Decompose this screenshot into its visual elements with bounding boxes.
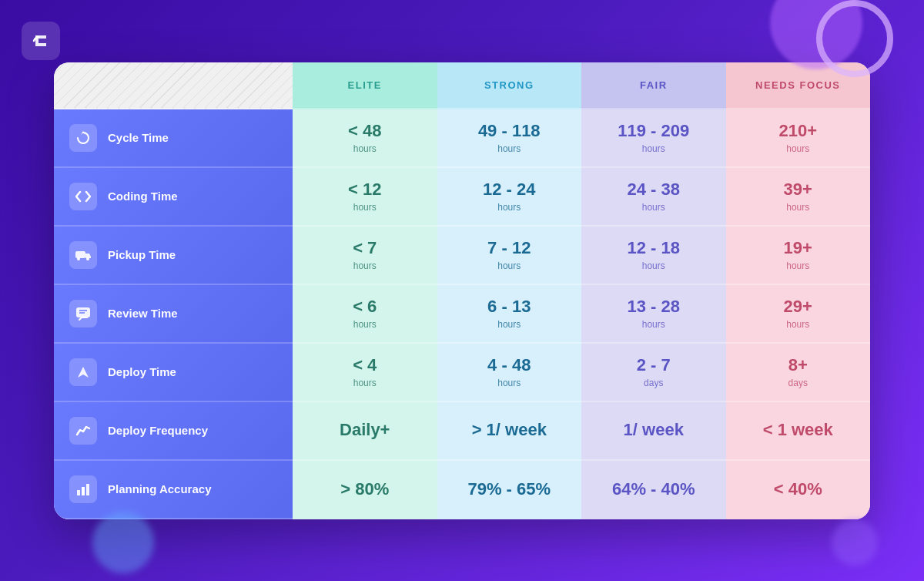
cell-coding-time-needs_focus: 39+hours	[726, 168, 871, 227]
row-label-deploy-time: Deploy Time	[54, 344, 293, 402]
row-label-deploy-frequency: Deploy Frequency	[54, 402, 293, 461]
cell-value-planning-accuracy-strong: 79% - 65%	[467, 479, 551, 499]
metrics-table: ELITE STRONG FAIR NEEDS FOCUS Cycle Time…	[54, 62, 870, 519]
svg-rect-0	[75, 251, 85, 258]
row-label-text-pickup-time: Pickup Time	[108, 248, 176, 261]
bg-decoration-4	[832, 519, 878, 566]
cell-value-pickup-time-strong: 7 - 12	[487, 238, 531, 258]
cell-pickup-time-fair: 12 - 18hours	[581, 227, 726, 285]
cell-sub-cycle-time-strong: hours	[497, 143, 521, 154]
row-label-text-review-time: Review Time	[108, 307, 178, 320]
accuracy-icon	[69, 475, 97, 503]
cell-value-deploy-time-strong: 4 - 48	[487, 355, 531, 375]
cell-cycle-time-strong: 49 - 118hours	[437, 109, 582, 168]
cell-sub-deploy-time-elite: hours	[353, 378, 377, 388]
cell-sub-review-time-fair: hours	[642, 319, 665, 330]
cell-sub-pickup-time-needs_focus: hours	[786, 260, 809, 271]
cell-value-deploy-frequency-strong: > 1/ week	[472, 420, 547, 440]
cell-cycle-time-needs_focus: 210+hours	[726, 109, 871, 168]
logo-icon	[22, 22, 60, 60]
cell-value-pickup-time-elite: < 7	[353, 238, 377, 258]
cell-sub-review-time-strong: hours	[497, 319, 521, 330]
cell-sub-pickup-time-strong: hours	[497, 260, 521, 271]
cell-value-cycle-time-strong: 49 - 118	[478, 121, 541, 141]
cell-deploy-frequency-fair: 1/ week	[581, 402, 726, 461]
truck-icon	[69, 241, 97, 269]
cell-cycle-time-elite: < 48hours	[293, 109, 437, 168]
cell-review-time-fair: 13 - 28hours	[581, 285, 726, 344]
cell-sub-deploy-time-fair: days	[644, 378, 663, 388]
cell-planning-accuracy-strong: 79% - 65%	[437, 461, 582, 519]
cell-sub-pickup-time-elite: hours	[353, 260, 377, 271]
cell-sub-coding-time-strong: hours	[497, 202, 521, 213]
cell-planning-accuracy-elite: > 80%	[293, 461, 437, 519]
cell-sub-review-time-elite: hours	[353, 319, 377, 330]
header-elite: ELITE	[293, 62, 437, 109]
cell-review-time-elite: < 6hours	[293, 285, 437, 344]
cell-value-cycle-time-needs_focus: 210+	[778, 121, 817, 141]
cell-sub-cycle-time-needs_focus: hours	[786, 143, 809, 154]
cell-value-deploy-frequency-elite: Daily+	[340, 420, 390, 440]
header-fair: FAIR	[581, 62, 726, 109]
cell-sub-deploy-time-strong: hours	[497, 378, 521, 388]
header-empty	[54, 62, 293, 109]
row-label-text-deploy-time: Deploy Time	[108, 365, 176, 378]
cell-value-deploy-frequency-fair: 1/ week	[624, 420, 684, 440]
cell-value-pickup-time-needs_focus: 19+	[784, 238, 812, 258]
cell-deploy-time-strong: 4 - 48hours	[437, 344, 582, 402]
svg-point-2	[86, 257, 89, 260]
cell-deploy-frequency-needs_focus: < 1 week	[726, 402, 871, 461]
cell-value-deploy-time-fair: 2 - 7	[637, 355, 671, 375]
row-label-planning-accuracy: Planning Accuracy	[54, 461, 293, 519]
cell-sub-coding-time-elite: hours	[353, 202, 377, 213]
row-label-review-time: Review Time	[54, 285, 293, 344]
cell-pickup-time-elite: < 7hours	[293, 227, 437, 285]
row-label-text-cycle-time: Cycle Time	[108, 131, 169, 144]
bg-decoration-3	[92, 512, 154, 573]
header-elite-label: ELITE	[348, 79, 382, 91]
bg-decoration-2	[816, 0, 893, 77]
cell-planning-accuracy-needs_focus: < 40%	[726, 461, 871, 519]
cycle-icon	[69, 124, 97, 152]
header-strong: STRONG	[437, 62, 582, 109]
deploy-icon	[69, 358, 97, 386]
cell-value-coding-time-elite: < 12	[348, 180, 381, 200]
row-label-text-coding-time: Coding Time	[108, 190, 178, 203]
svg-rect-8	[86, 484, 89, 495]
cell-value-pickup-time-fair: 12 - 18	[628, 238, 681, 258]
cell-sub-cycle-time-elite: hours	[353, 143, 377, 154]
cell-value-coding-time-fair: 24 - 38	[628, 180, 681, 200]
header-fair-label: FAIR	[640, 79, 668, 91]
cell-cycle-time-fair: 119 - 209hours	[581, 109, 726, 168]
row-label-text-planning-accuracy: Planning Accuracy	[108, 482, 212, 495]
header-strong-label: STRONG	[484, 79, 534, 91]
row-label-text-deploy-frequency: Deploy Frequency	[108, 424, 208, 437]
cell-review-time-strong: 6 - 13hours	[437, 285, 582, 344]
header-needs-focus-label: NEEDS FOCUS	[755, 79, 840, 91]
cell-value-planning-accuracy-needs_focus: < 40%	[774, 479, 822, 499]
svg-rect-7	[82, 487, 85, 495]
cell-value-coding-time-strong: 12 - 24	[483, 180, 536, 200]
svg-point-1	[77, 257, 80, 260]
cell-sub-cycle-time-fair: hours	[642, 143, 665, 154]
cell-value-planning-accuracy-fair: 64% - 40%	[612, 479, 695, 499]
cell-review-time-needs_focus: 29+hours	[726, 285, 871, 344]
cell-pickup-time-strong: 7 - 12hours	[437, 227, 582, 285]
cell-deploy-time-elite: < 4hours	[293, 344, 437, 402]
cell-value-review-time-fair: 13 - 28	[628, 297, 681, 317]
cell-value-deploy-time-needs_focus: 8+	[788, 355, 808, 375]
cell-deploy-time-fair: 2 - 7days	[581, 344, 726, 402]
cell-deploy-frequency-strong: > 1/ week	[437, 402, 582, 461]
cell-sub-review-time-needs_focus: hours	[786, 319, 809, 330]
row-label-pickup-time: Pickup Time	[54, 227, 293, 285]
cell-value-review-time-elite: < 6	[353, 297, 377, 317]
cell-value-deploy-time-elite: < 4	[353, 355, 377, 375]
cell-value-review-time-needs_focus: 29+	[784, 297, 812, 317]
cell-value-cycle-time-elite: < 48	[348, 121, 381, 141]
cell-sub-coding-time-fair: hours	[642, 202, 665, 213]
cell-value-deploy-frequency-needs_focus: < 1 week	[763, 420, 833, 440]
table-grid: ELITE STRONG FAIR NEEDS FOCUS Cycle Time…	[54, 62, 870, 519]
cell-value-cycle-time-fair: 119 - 209	[618, 121, 689, 141]
cell-sub-deploy-time-needs_focus: days	[788, 378, 808, 388]
cell-coding-time-elite: < 12hours	[293, 168, 437, 227]
